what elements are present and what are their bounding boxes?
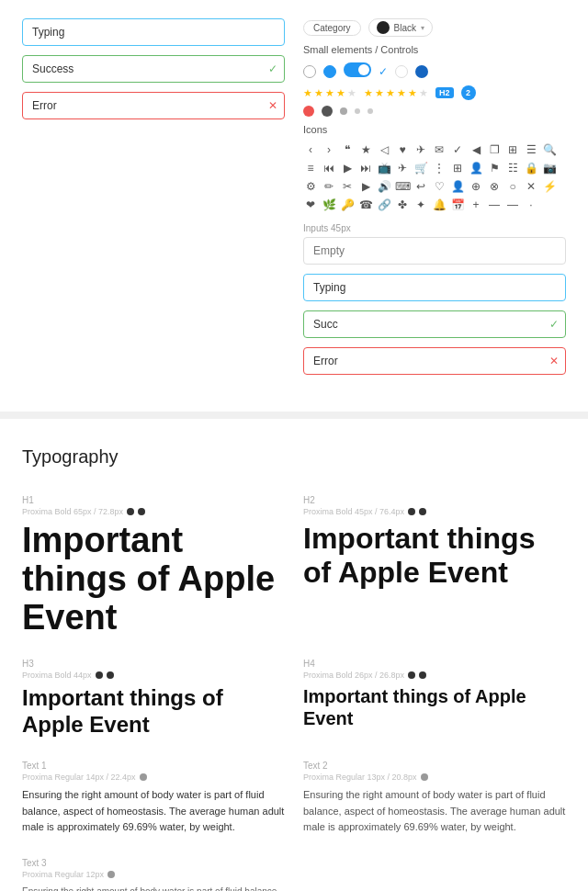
typo-block-h2: H2 Proxima Bold 45px / 76.4px Important …	[303, 495, 566, 637]
text3-body: Ensuring the right amount of body water …	[22, 885, 285, 891]
typo-meta-h1: Proxima Bold 65px / 72.8px	[22, 507, 285, 516]
cross-icon-error-bottom: ✕	[549, 355, 559, 367]
icon-flag: ⚑	[487, 161, 502, 175]
icon-mail: ✉	[432, 142, 447, 157]
user-badge[interactable]: Black ▾	[368, 18, 433, 37]
typo-block-spacer	[303, 858, 566, 891]
typo-tag-h4: H4	[303, 659, 566, 669]
icon-prev: ⏮	[322, 161, 336, 175]
input-group-typing-top	[22, 18, 285, 46]
category-badge[interactable]: Category	[303, 20, 361, 36]
chevron-down-icon: ▾	[421, 24, 424, 32]
input-wrapper-success-top: ✓	[22, 55, 285, 83]
icon-send: ✈	[413, 142, 428, 157]
typo-block-h3: H3 Proxima Bold 44px Important things of…	[22, 659, 285, 739]
star2-3: ★	[386, 87, 395, 99]
meta-dot-h2-1	[408, 508, 415, 515]
icon-fast-fwd: ⏭	[358, 161, 373, 175]
icon-scissors: ✂	[340, 179, 355, 194]
input-group-error-bottom: ✕	[303, 347, 566, 375]
dot-tiny-2	[368, 108, 373, 114]
icon-user2: 👤	[450, 179, 465, 194]
input-wrapper-succ-bottom: ✓	[303, 310, 566, 338]
input-wrapper-error-bottom: ✕	[303, 347, 566, 375]
icon-link: 🔗	[377, 197, 391, 212]
icon-grid: ⊞	[505, 142, 520, 157]
star2-4: ★	[397, 87, 406, 99]
page-wrapper: ✓ ✕ Category Black ▾	[0, 0, 588, 891]
icon-play-back: ◀	[469, 142, 483, 157]
text1-body: Ensuring the right amount of body water …	[22, 787, 285, 836]
icon-flower: ✦	[413, 197, 428, 212]
typo-tag-h1: H1	[22, 495, 285, 505]
icon-dot: ·	[524, 197, 538, 212]
meta-dot-h3-2	[107, 671, 114, 679]
text2-body: Ensuring the right amount of body water …	[303, 787, 566, 836]
icons-grid: ‹ › ❝ ★ ◁ ♥ ✈ ✉ ✓ ◀ ❐ ⊞ ☰ 🔍 ≡ ⏮ ▶	[303, 142, 566, 212]
user-name: Black	[394, 23, 416, 33]
dot-red	[303, 106, 314, 117]
meta-dot-h2-2	[419, 508, 426, 515]
dot-tiny-1	[355, 108, 360, 114]
h3-heading: Important things of Apple Event	[22, 685, 285, 739]
icon-layers: ☷	[505, 161, 520, 175]
input-group-empty	[303, 237, 566, 265]
input-error-bottom[interactable]	[303, 347, 566, 375]
typo-meta-h4-text: Proxima Bold 26px / 26.8px	[303, 671, 404, 680]
input-wrapper-error-top: ✕	[22, 92, 285, 119]
dot-dark	[322, 106, 333, 117]
typo-meta-h1-text: Proxima Bold 65px / 72.8px	[22, 507, 123, 516]
input-succ-bottom[interactable]	[303, 310, 566, 338]
star-2: ★	[314, 87, 323, 99]
meta-dot-h4-1	[408, 671, 415, 679]
icon-share: ◁	[377, 142, 391, 157]
controls-row-1: ✓	[303, 62, 566, 80]
check-icon-succ: ✓	[549, 318, 559, 331]
inputs-45px-label: Inputs 45px ✓	[303, 223, 566, 375]
radio-white[interactable]	[395, 65, 408, 78]
radio-unchecked-1[interactable]	[303, 65, 316, 78]
typography-title: Typography	[22, 446, 566, 468]
input-typing-bottom[interactable]	[303, 274, 566, 301]
star2-2: ★	[375, 87, 384, 99]
star2-5: ★	[408, 87, 417, 99]
typo-tag-h2: H2	[303, 495, 566, 505]
star-1: ★	[303, 87, 312, 99]
typo-meta-h3-text: Proxima Bold 44px	[22, 671, 92, 680]
radio-checked-1[interactable]	[323, 65, 336, 78]
input-group-typing-bottom	[303, 274, 566, 301]
controls-row-dots	[303, 106, 566, 117]
toggle-switch[interactable]	[344, 62, 371, 80]
input-success-top[interactable]	[22, 55, 285, 83]
meta-dot-h3-1	[96, 671, 103, 679]
badge-circle-blue: 2	[461, 85, 476, 100]
h1-heading: Important things of Apple Event	[22, 522, 285, 637]
typo-block-text2: Text 2 Proxima Regular 13px / 20.8px Ens…	[303, 761, 566, 836]
icon-play: ▶	[340, 161, 355, 175]
small-elements-label: Small elements / Controls	[303, 44, 566, 55]
input-wrapper-typing-top	[22, 18, 285, 46]
icon-check: ✓	[450, 142, 465, 157]
inputs-45px-text: Inputs 45px	[303, 223, 566, 233]
icon-paper-plane: ✈	[395, 161, 410, 175]
typo-block-h4: H4 Proxima Bold 26px / 26.8px Important …	[303, 659, 566, 739]
input-typing-top[interactable]	[22, 18, 285, 46]
category-label: Category	[313, 23, 351, 33]
radio-dark-blue[interactable]	[415, 65, 428, 78]
icon-edit: ✏	[322, 179, 336, 194]
typo-meta-h4: Proxima Bold 26px / 26.8px	[303, 671, 566, 680]
typo-block-text1: Text 1 Proxima Regular 14px / 22.4px Ens…	[22, 761, 285, 836]
top-badges: Category Black ▾	[303, 18, 566, 37]
star-4: ★	[336, 87, 345, 99]
icon-heart3: ❤	[303, 197, 318, 212]
inputs-left: ✓ ✕	[22, 18, 285, 384]
stars-4: ★ ★ ★ ★ ★	[303, 87, 356, 99]
icon-heart: ♥	[395, 142, 410, 157]
input-empty[interactable]	[303, 237, 566, 265]
typo-meta-text3-text: Proxima Regular 12px	[22, 870, 104, 879]
input-error-top[interactable]	[22, 92, 285, 119]
icon-phone: ☎	[358, 197, 373, 212]
icon-list: ☰	[524, 142, 538, 157]
typo-meta-text2-text: Proxima Regular 13px / 20.8px	[303, 773, 417, 782]
icon-plus: +	[469, 197, 483, 212]
